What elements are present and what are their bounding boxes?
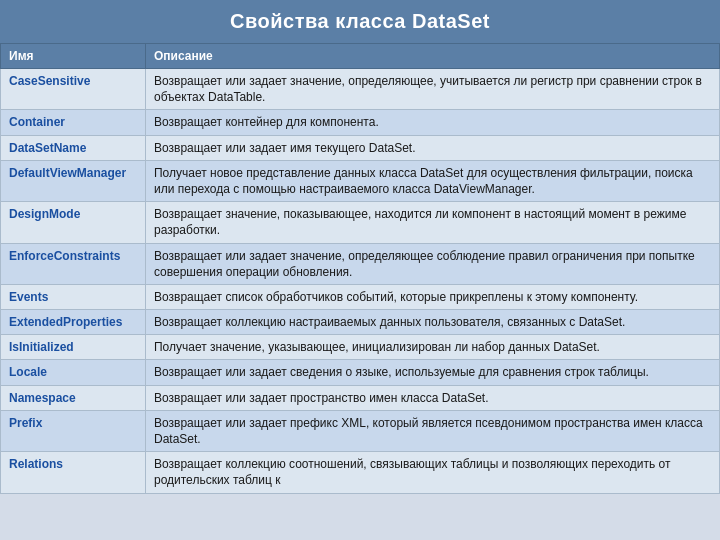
property-name[interactable]: Events xyxy=(1,284,146,309)
property-description: Возвращает контейнер для компонента. xyxy=(145,110,719,135)
column-header-name: Имя xyxy=(1,44,146,69)
property-name[interactable]: IsInitialized xyxy=(1,335,146,360)
properties-table: Имя Описание CaseSensitiveВозвращает или… xyxy=(0,43,720,494)
table-row: EnforceConstraintsВозвращает или задает … xyxy=(1,243,720,284)
column-header-description: Описание xyxy=(145,44,719,69)
table-row: CaseSensitiveВозвращает или задает значе… xyxy=(1,69,720,110)
property-description: Возвращает или задает пространство имен … xyxy=(145,385,719,410)
property-description: Возвращает или задает значение, определя… xyxy=(145,243,719,284)
property-name[interactable]: Namespace xyxy=(1,385,146,410)
property-description: Возвращает или задает имя текущего DataS… xyxy=(145,135,719,160)
table-row: LocaleВозвращает или задает сведения о я… xyxy=(1,360,720,385)
property-description: Возвращает коллекцию настраиваемых данны… xyxy=(145,310,719,335)
table-row: EventsВозвращает список обработчиков соб… xyxy=(1,284,720,309)
property-description: Возвращает или задает значение, определя… xyxy=(145,69,719,110)
property-name[interactable]: DefaultViewManager xyxy=(1,160,146,201)
table-row: ContainerВозвращает контейнер для компон… xyxy=(1,110,720,135)
table-row: NamespaceВозвращает или задает пространс… xyxy=(1,385,720,410)
property-name[interactable]: ExtendedProperties xyxy=(1,310,146,335)
property-description: Возвращает список обработчиков событий, … xyxy=(145,284,719,309)
property-name[interactable]: DataSetName xyxy=(1,135,146,160)
property-description: Возвращает или задает сведения о языке, … xyxy=(145,360,719,385)
table-row: DataSetNameВозвращает или задает имя тек… xyxy=(1,135,720,160)
table-row: IsInitializedПолучает значение, указываю… xyxy=(1,335,720,360)
table-row: DefaultViewManagerПолучает новое предста… xyxy=(1,160,720,201)
property-description: Возвращает значение, показывающее, наход… xyxy=(145,202,719,243)
property-description: Получает значение, указывающее, инициали… xyxy=(145,335,719,360)
table-row: RelationsВозвращает коллекцию соотношени… xyxy=(1,452,720,493)
table-row: ExtendedPropertiesВозвращает коллекцию н… xyxy=(1,310,720,335)
property-name[interactable]: Relations xyxy=(1,452,146,493)
property-name[interactable]: Container xyxy=(1,110,146,135)
property-description: Возвращает или задает префикс XML, котор… xyxy=(145,410,719,451)
property-name[interactable]: Locale xyxy=(1,360,146,385)
property-name[interactable]: DesignMode xyxy=(1,202,146,243)
table-row: PrefixВозвращает или задает префикс XML,… xyxy=(1,410,720,451)
page: Свойства класса DataSet Имя Описание Cas… xyxy=(0,0,720,540)
table-header-row: Имя Описание xyxy=(1,44,720,69)
property-name[interactable]: Prefix xyxy=(1,410,146,451)
property-name[interactable]: CaseSensitive xyxy=(1,69,146,110)
page-title: Свойства класса DataSet xyxy=(0,0,720,43)
property-description: Возвращает коллекцию соотношений, связыв… xyxy=(145,452,719,493)
property-description: Получает новое представление данных клас… xyxy=(145,160,719,201)
table-row: DesignModeВозвращает значение, показываю… xyxy=(1,202,720,243)
table-container: Имя Описание CaseSensitiveВозвращает или… xyxy=(0,43,720,540)
property-name[interactable]: EnforceConstraints xyxy=(1,243,146,284)
